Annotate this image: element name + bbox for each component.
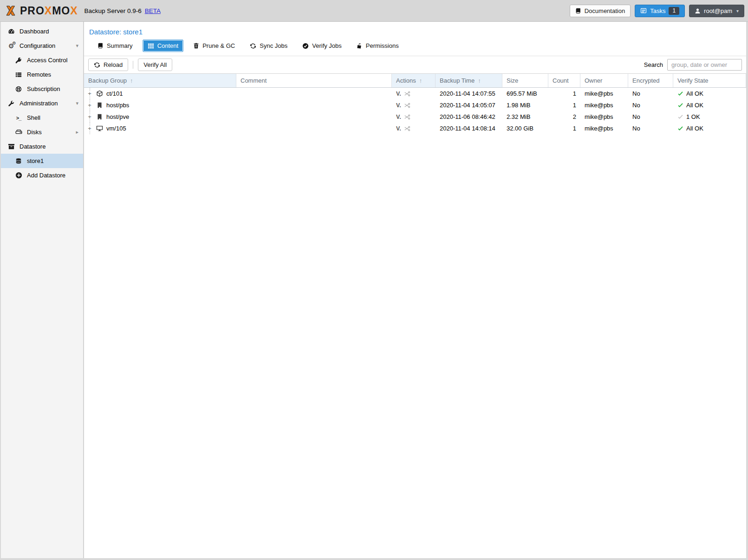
- sidebar-item-label: Datastore: [20, 143, 46, 150]
- building-icon: [95, 114, 104, 120]
- user-label: root@pam: [704, 7, 732, 14]
- sidebar-item-label: Access Control: [27, 57, 67, 64]
- remotes-icon: [14, 72, 23, 78]
- search-input[interactable]: [667, 59, 742, 71]
- dashboard-icon: [7, 28, 15, 35]
- sidebar-item-add-datastore[interactable]: Add Datastore: [1, 168, 83, 182]
- verify-all-label: Verify All: [143, 61, 167, 68]
- verify-action[interactable]: V.: [396, 114, 401, 120]
- sidebar: Dashboard⚙⚙Configuration▾Access ControlR…: [1, 22, 84, 558]
- cell-actions: V.: [392, 88, 436, 99]
- expand-icon[interactable]: +: [86, 99, 93, 111]
- verify-all-button[interactable]: Verify All: [138, 59, 172, 71]
- column-header-size[interactable]: Size: [502, 74, 548, 87]
- expand-icon[interactable]: +: [86, 88, 93, 99]
- cell-value-size: 1.98 MiB: [507, 102, 530, 109]
- tab-label: Prune & GC: [202, 42, 235, 49]
- tab-label: Sync Jobs: [260, 42, 287, 49]
- cell-verify_state: All OK: [673, 123, 746, 134]
- logo-segment: X: [45, 5, 52, 17]
- beta-link[interactable]: BETA: [145, 7, 161, 14]
- backup-group-label: vm/105: [106, 125, 126, 132]
- column-header-verify-state[interactable]: Verify State: [673, 74, 746, 87]
- sidebar-item-shell[interactable]: >_Shell: [1, 111, 83, 125]
- trash-icon: [193, 43, 199, 49]
- verify-action[interactable]: V.: [396, 91, 401, 97]
- expand-icon[interactable]: +: [86, 111, 93, 123]
- sidebar-item-store1[interactable]: store1: [1, 154, 83, 168]
- tab-content[interactable]: Content: [143, 39, 184, 52]
- logo-segment: MO: [52, 5, 70, 17]
- sidebar-item-subscription[interactable]: Subscription: [1, 82, 83, 96]
- cell-encrypted: No: [628, 88, 673, 99]
- logo-segment: PRO: [20, 5, 45, 17]
- table-row[interactable]: +vm/105V.2020-11-04 14:08:1432.00 GiB1mi…: [84, 123, 746, 134]
- prune-action-icon[interactable]: [404, 125, 410, 132]
- cell-value-count: 2: [573, 113, 576, 120]
- column-header-backup-group[interactable]: Backup Group↑: [84, 74, 236, 87]
- sidebar-item-dashboard[interactable]: Dashboard: [1, 24, 83, 39]
- documentation-button[interactable]: Documentation: [570, 5, 631, 17]
- sidebar-item-configuration[interactable]: ⚙⚙Configuration▾: [1, 39, 83, 53]
- table-row[interactable]: +ct/101V.2020-11-04 14:07:55695.57 MiB1m…: [84, 88, 746, 99]
- sidebar-item-label: Dashboard: [20, 28, 49, 35]
- caret-down-icon[interactable]: ▾: [76, 43, 78, 49]
- expand-icon[interactable]: +: [86, 123, 93, 134]
- caret-down-icon[interactable]: ▾: [76, 100, 78, 106]
- cell-value-encrypted: No: [632, 113, 640, 120]
- column-header-owner[interactable]: Owner: [580, 74, 628, 87]
- tasks-button[interactable]: Tasks 1: [635, 5, 685, 17]
- verify-action[interactable]: V.: [396, 125, 401, 132]
- sort-asc-icon: ↑: [478, 77, 481, 84]
- backup-group-label: host/pbs: [106, 102, 129, 109]
- refresh-icon: [94, 62, 100, 68]
- column-header-encrypted[interactable]: Encrypted: [628, 74, 673, 87]
- sidebar-item-administration[interactable]: Administration▾: [1, 96, 83, 111]
- building-icon: [95, 102, 104, 108]
- verify-action[interactable]: V.: [396, 102, 401, 109]
- sidebar-item-access-control[interactable]: Access Control: [1, 53, 83, 67]
- cell-size: 2.32 MiB: [502, 111, 548, 123]
- table-row[interactable]: +host/pveV.2020-11-06 08:46:422.32 MiB2m…: [84, 111, 746, 123]
- terminal-icon: >_: [14, 115, 23, 121]
- cell-value-backup_time: 2020-11-04 14:07:55: [440, 90, 495, 97]
- tab-sync-jobs[interactable]: Sync Jobs: [245, 39, 293, 52]
- sidebar-item-disks[interactable]: Disks▸: [1, 125, 83, 139]
- reload-button[interactable]: Reload: [88, 59, 128, 71]
- sidebar-item-label: Configuration: [20, 42, 55, 49]
- caret-right-icon[interactable]: ▸: [76, 129, 78, 135]
- cell-owner: mike@pbs: [580, 111, 628, 123]
- wrench-icon: [7, 100, 15, 107]
- column-header-actions[interactable]: Actions↑: [392, 74, 436, 87]
- prune-action-icon[interactable]: [404, 114, 410, 120]
- verify-state-label: 1 OK: [686, 113, 700, 120]
- column-header-label: Encrypted: [632, 77, 660, 84]
- tab-label: Permissions: [366, 42, 399, 49]
- user-menu-button[interactable]: root@pam ▾: [689, 5, 744, 17]
- cell-verify_state: All OK: [673, 99, 746, 111]
- cell-backup_time: 2020-11-04 14:08:14: [436, 123, 502, 134]
- gears-icon: ⚙⚙: [7, 43, 15, 49]
- tab-prune-gc[interactable]: Prune & GC: [188, 39, 240, 52]
- toolbar: Reload Verify All Search: [84, 56, 746, 73]
- tab-verify-jobs[interactable]: Verify Jobs: [297, 39, 347, 52]
- cell-group: +host/pve: [84, 111, 236, 123]
- cell-owner: mike@pbs: [580, 123, 628, 134]
- prune-action-icon[interactable]: [404, 91, 410, 97]
- cell-comment: [236, 99, 392, 111]
- cell-value-count: 1: [573, 90, 576, 97]
- table-row[interactable]: +host/pbsV.2020-11-04 14:05:071.98 MiB1m…: [84, 99, 746, 111]
- tab-permissions[interactable]: Permissions: [351, 39, 404, 52]
- column-header-count[interactable]: Count: [548, 74, 580, 87]
- cell-value-encrypted: No: [632, 102, 640, 109]
- tab-label: Summary: [107, 42, 133, 49]
- user-icon: [695, 8, 701, 14]
- sidebar-item-datastore[interactable]: Datastore: [1, 139, 83, 154]
- logo-segment: X: [70, 5, 78, 17]
- prune-action-icon[interactable]: [404, 102, 410, 109]
- tab-summary[interactable]: Summary: [92, 39, 138, 52]
- sidebar-item-label: Remotes: [27, 71, 51, 78]
- sidebar-item-remotes[interactable]: Remotes: [1, 67, 83, 82]
- column-header-comment[interactable]: Comment: [236, 74, 392, 87]
- column-header-backup-time[interactable]: Backup Time↑: [436, 74, 502, 87]
